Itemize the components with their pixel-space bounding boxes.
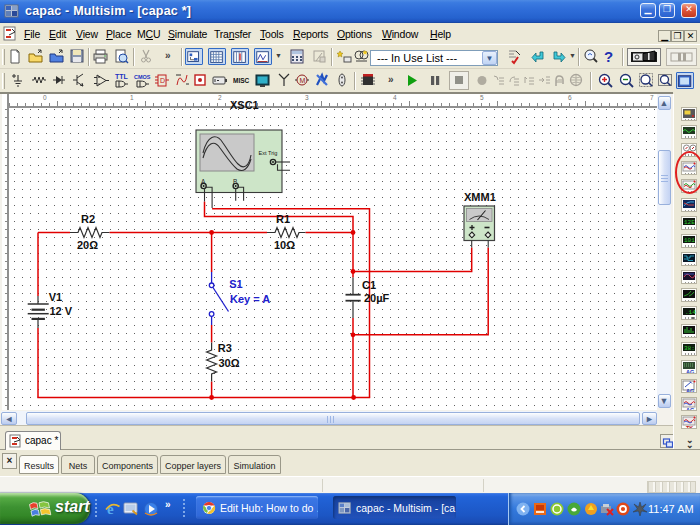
- svg-text:30Ω: 30Ω: [218, 357, 239, 369]
- svg-text:XMM1: XMM1: [464, 191, 496, 203]
- svg-text:S1: S1: [229, 278, 242, 290]
- svg-text:R3: R3: [218, 342, 232, 354]
- svg-text:TK: TK: [686, 424, 693, 429]
- svg-text:R2: R2: [81, 213, 95, 225]
- svg-text:R1: R1: [276, 213, 290, 225]
- svg-text:38:: 38:: [684, 345, 695, 352]
- svg-text:12 V: 12 V: [50, 305, 73, 317]
- svg-text:AG: AG: [686, 388, 694, 393]
- svg-text:10Ω: 10Ω: [274, 239, 295, 251]
- svg-text:B: B: [233, 178, 237, 185]
- svg-text:M: M: [300, 77, 306, 84]
- svg-text:20Ω: 20Ω: [77, 239, 98, 251]
- svg-text:D: D: [160, 77, 165, 84]
- svg-text:AG: AG: [686, 406, 694, 411]
- svg-text:TTL: TTL: [115, 73, 129, 80]
- svg-text:C1: C1: [362, 279, 376, 291]
- svg-text:Ext Trig: Ext Trig: [259, 150, 278, 156]
- svg-text:12E: 12E: [684, 219, 695, 226]
- svg-text:20µF: 20µF: [364, 292, 390, 304]
- svg-text:A: A: [201, 178, 206, 185]
- svg-text:101: 101: [684, 237, 695, 244]
- svg-text:Key = A: Key = A: [230, 293, 270, 305]
- svg-text:V1: V1: [49, 291, 62, 303]
- svg-text:CMOS: CMOS: [134, 74, 151, 80]
- svg-text:MISC: MISC: [233, 77, 250, 84]
- svg-text:XSC1: XSC1: [230, 99, 259, 111]
- svg-text:.14: .14: [685, 309, 696, 316]
- svg-text:AG: AG: [686, 369, 694, 374]
- svg-text:e: e: [107, 501, 114, 517]
